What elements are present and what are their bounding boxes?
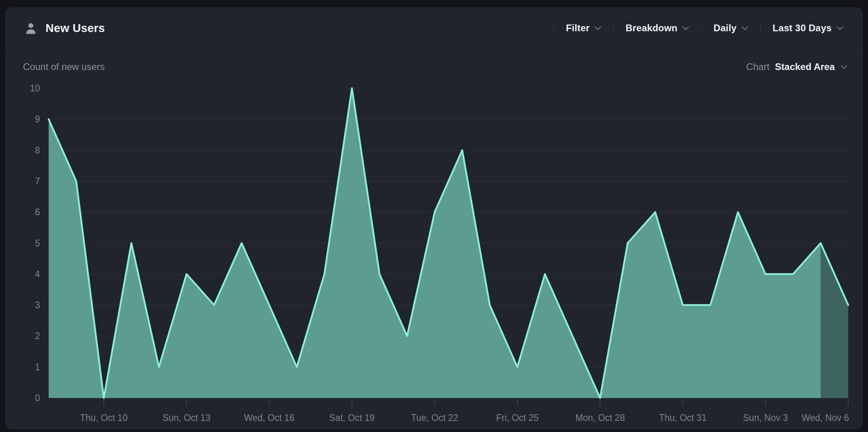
x-axis-label: Wed, Oct 16	[244, 413, 294, 423]
y-axis-label: 9	[35, 114, 40, 124]
analytics-card: New Users Filter Breakdown Daily Last 30…	[6, 8, 863, 429]
x-axis-label: Thu, Oct 10	[80, 413, 127, 423]
x-axis-label: Tue, Oct 22	[411, 413, 458, 423]
y-axis-label: 10	[30, 83, 40, 93]
y-axis-label: 6	[35, 207, 40, 217]
y-axis-label: 2	[35, 331, 40, 341]
y-axis-label: 1	[35, 362, 40, 372]
area-fill-incomplete	[821, 243, 848, 398]
y-axis-label: 8	[35, 145, 40, 155]
y-axis-label: 4	[35, 269, 40, 279]
y-axis-label: 7	[35, 176, 40, 186]
x-axis-label: Sun, Nov 3	[743, 413, 788, 423]
x-axis-label: Thu, Oct 31	[659, 413, 707, 423]
y-axis-label: 0	[35, 393, 40, 403]
x-axis-label: Sun, Oct 13	[163, 413, 210, 423]
x-axis-label: Mon, Oct 28	[575, 413, 625, 423]
area-chart[interactable]: 012345678910Thu, Oct 10Sun, Oct 13Wed, O…	[6, 8, 863, 430]
x-axis-label: Fri, Oct 25	[496, 413, 538, 423]
y-axis-label: 3	[35, 300, 40, 310]
x-axis-label: Sat, Oct 19	[329, 413, 375, 423]
x-axis-label: Wed, Nov 6	[802, 413, 849, 423]
y-axis-label: 5	[35, 238, 40, 248]
